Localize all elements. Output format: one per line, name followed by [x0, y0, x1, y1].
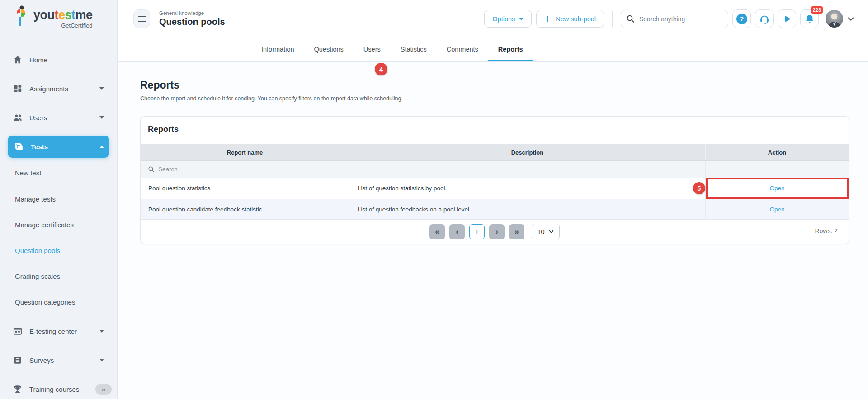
- pagination: « ‹ 1 › » 10: [429, 224, 560, 239]
- report-name-cell: Pool question candidate feedback statist…: [141, 199, 349, 220]
- plus-icon: [544, 15, 552, 23]
- current-page-button[interactable]: 1: [469, 224, 485, 239]
- brand-logo[interactable]: youtestme GetCertified: [13, 5, 93, 29]
- sidebar-subitem-manage-tests[interactable]: Manage tests: [15, 192, 56, 205]
- home-icon: [13, 55, 23, 65]
- sidebar-subitem-manage-certificates[interactable]: Manage certificates: [15, 218, 74, 231]
- annotation-step-4: 4: [375, 63, 387, 75]
- breadcrumb: General knowledge: [159, 10, 225, 16]
- notifications-button[interactable]: 223: [800, 9, 819, 28]
- sidebar-item-training-courses[interactable]: Training courses: [6, 380, 109, 398]
- sidebar-item-label: Training courses: [29, 385, 79, 393]
- users-icon: [13, 113, 23, 122]
- sidebar-collapse-button[interactable]: «: [95, 384, 112, 395]
- chevron-down-icon: [99, 359, 104, 361]
- global-search-input[interactable]: [621, 10, 728, 28]
- report-name-filter-input[interactable]: [158, 166, 294, 173]
- sidebar-item-tests[interactable]: Tests: [8, 136, 109, 158]
- table-footer: « ‹ 1 › » 10 Rows: 2: [141, 219, 849, 244]
- previous-page-button[interactable]: ‹: [449, 224, 465, 239]
- content-area: 4 Reports Choose the report and schedule…: [118, 62, 868, 399]
- windows-activation-watermark: Activate Windows Go to Settings to activ…: [703, 353, 807, 375]
- sidebar-item-home[interactable]: Home: [6, 51, 109, 69]
- chevron-down-icon: [99, 116, 104, 119]
- open-report-link[interactable]: Open: [769, 185, 784, 192]
- sidebar-item-assignments[interactable]: Assignments: [6, 80, 109, 98]
- annotation-step-5: 5: [693, 182, 705, 194]
- sidebar-item-label: Users: [29, 114, 47, 122]
- first-page-button[interactable]: «: [429, 224, 445, 239]
- chevron-down-icon: [519, 18, 524, 20]
- report-action-cell: Open: [706, 199, 849, 220]
- headset-icon: [759, 14, 770, 24]
- column-header-description: Description: [349, 144, 706, 160]
- sidebar-item-label: Home: [29, 56, 47, 64]
- sidebar-item-label: Tests: [31, 143, 48, 150]
- sidebar-item-surveys[interactable]: Surveys: [6, 351, 109, 369]
- column-header-report-name: Report name: [141, 144, 349, 160]
- global-search: [621, 10, 728, 28]
- brand-name: youtestme: [33, 8, 93, 22]
- last-page-button[interactable]: »: [509, 224, 524, 239]
- page-heading: Reports: [140, 79, 403, 91]
- next-page-button[interactable]: ›: [489, 224, 505, 239]
- options-button[interactable]: Options: [484, 10, 532, 28]
- help-icon: ?: [736, 14, 747, 24]
- chevron-up-icon: [99, 146, 104, 148]
- tab-reports[interactable]: Reports: [488, 38, 533, 61]
- support-button[interactable]: [755, 9, 774, 28]
- surveys-icon: [13, 355, 23, 365]
- sidebar-item-users[interactable]: Users: [6, 108, 109, 127]
- brand-subtitle: GetCertified: [33, 23, 93, 28]
- tab-information[interactable]: Information: [251, 38, 304, 61]
- report-description-cell: List of question statistics by pool.: [349, 178, 706, 199]
- rows-count-label: Rows: 2: [815, 227, 838, 235]
- report-action-cell: Open: [706, 178, 849, 199]
- column-header-action: Action: [706, 144, 849, 160]
- tab-statistics[interactable]: Statistics: [391, 38, 437, 61]
- sidebar-item-label: Surveys: [29, 357, 54, 364]
- tests-icon: [14, 142, 24, 152]
- page-subtitle: Choose the report and schedule it for se…: [140, 95, 403, 102]
- tab-questions[interactable]: Questions: [304, 38, 354, 61]
- search-icon: [148, 166, 155, 173]
- new-sub-pool-button[interactable]: New sub-pool: [536, 10, 604, 28]
- notification-badge: 223: [811, 6, 823, 14]
- reports-table: Report name Description Action Pool ques…: [141, 144, 849, 220]
- card-title: Reports: [148, 125, 179, 134]
- chevron-down-icon: [846, 14, 855, 23]
- chevron-down-icon: [99, 87, 104, 90]
- tab-users[interactable]: Users: [354, 38, 391, 61]
- assignments-icon: [13, 84, 23, 94]
- sidebar-item-label: E-testing center: [29, 328, 77, 335]
- search-icon: [626, 14, 635, 23]
- rows-per-page-select[interactable]: 10: [532, 224, 560, 239]
- sidebar-subitem-new-test[interactable]: New test: [15, 166, 41, 179]
- tutorials-button[interactable]: [778, 9, 796, 28]
- top-bar: General knowledge Question pools Options…: [118, 0, 868, 38]
- hamburger-menu-button[interactable]: [133, 9, 150, 28]
- bell-icon: [804, 14, 815, 24]
- table-row[interactable]: Pool question statistics List of questio…: [141, 178, 849, 199]
- help-button[interactable]: ?: [732, 9, 751, 28]
- report-name-cell: Pool question statistics: [141, 178, 349, 199]
- open-report-link[interactable]: Open: [769, 206, 784, 213]
- menu-icon: [137, 15, 146, 23]
- e-testing-center-icon: [13, 326, 23, 336]
- avatar: [826, 10, 843, 28]
- tab-comments[interactable]: Comments: [437, 38, 488, 61]
- table-row[interactable]: Pool question candidate feedback statist…: [141, 199, 849, 220]
- sidebar-subitem-grading-scales[interactable]: Grading scales: [15, 270, 60, 282]
- brand-logo-icon: [13, 5, 31, 29]
- sidebar-subitem-question-categories[interactable]: Question categories: [15, 296, 75, 308]
- sidebar-item-e-testing-center[interactable]: E-testing center: [6, 322, 109, 340]
- table-filter-row: [141, 161, 849, 178]
- divider: [612, 11, 613, 27]
- user-menu[interactable]: [826, 10, 855, 28]
- tab-bar: Information Questions Users Statistics C…: [118, 38, 868, 62]
- table-header-row: Report name Description Action: [141, 144, 849, 161]
- sidebar-subitem-question-pools[interactable]: Question pools: [15, 244, 60, 257]
- play-icon: [782, 14, 793, 24]
- chevron-down-icon: [548, 229, 554, 235]
- chevron-down-icon: [99, 330, 104, 333]
